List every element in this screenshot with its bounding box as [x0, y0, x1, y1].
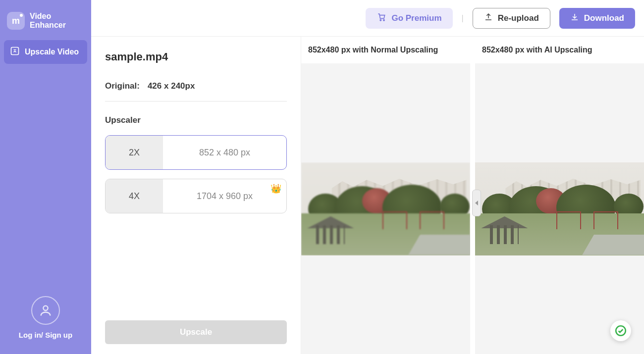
topbar-divider: | [462, 14, 464, 23]
compare-slider[interactable] [472, 190, 481, 216]
svg-point-2 [380, 20, 381, 21]
preview-normal-title: 852x480 px with Normal Upscaling [301, 37, 470, 63]
original-value: 426 x 240px [148, 81, 195, 91]
divider [105, 101, 287, 101]
go-premium-button[interactable]: Go Premium [366, 8, 452, 29]
sidebar: m Video Enhancer Upscale Video Log in/ S… [0, 0, 91, 354]
app-name-line1: Video [30, 12, 66, 21]
preview-normal-image [301, 162, 470, 255]
app-name: Video Enhancer [30, 12, 66, 30]
original-label: Original: [105, 81, 140, 91]
download-button[interactable]: Download [559, 8, 635, 29]
app-name-line2: Enhancer [30, 21, 66, 30]
success-badge [610, 320, 631, 341]
preview-area: 852x480 px with Normal Upscaling 852x480… [301, 37, 644, 354]
login-block: Log in/ Sign up [4, 296, 87, 346]
preview-ai: 852x480 px with AI Upscaling [475, 37, 644, 354]
content: sample.mp4 Original: 426 x 240px Upscale… [91, 37, 644, 354]
download-icon [570, 12, 579, 24]
download-label: Download [584, 13, 624, 23]
cart-icon [376, 12, 386, 24]
upscale-button[interactable]: Upscale [105, 320, 287, 344]
upscale-icon [10, 46, 20, 58]
reupload-label: Re-upload [498, 13, 539, 23]
upload-icon [484, 12, 493, 24]
original-row: Original: 426 x 240px [105, 81, 287, 91]
settings-panel: sample.mp4 Original: 426 x 240px Upscale… [91, 37, 301, 354]
svg-point-3 [383, 20, 384, 21]
avatar-icon[interactable] [31, 296, 60, 325]
upscale-option-4x[interactable]: 4X 1704 x 960 px 👑 [105, 179, 287, 213]
option-mult: 2X [106, 136, 163, 169]
login-link[interactable]: Log in/ Sign up [19, 331, 72, 339]
main: Go Premium | Re-upload Download sample.m… [91, 0, 644, 354]
go-premium-label: Go Premium [391, 13, 441, 23]
preview-ai-body [475, 63, 644, 354]
upscaler-title: Upscaler [105, 115, 287, 125]
nav-label: Upscale Video [25, 48, 79, 56]
logo-icon: m [7, 12, 25, 30]
option-res: 852 x 480 px [163, 136, 286, 169]
file-name: sample.mp4 [105, 51, 287, 63]
svg-point-1 [43, 306, 48, 310]
option-res: 1704 x 960 px [163, 179, 286, 213]
topbar: Go Premium | Re-upload Download [91, 0, 644, 37]
option-mult: 4X [106, 179, 163, 213]
upscale-option-2x[interactable]: 2X 852 x 480 px [105, 135, 287, 170]
reupload-button[interactable]: Re-upload [473, 8, 550, 29]
nav-upscale-video[interactable]: Upscale Video [4, 40, 87, 64]
preview-normal-body [301, 63, 470, 354]
preview-normal: 852x480 px with Normal Upscaling [301, 37, 470, 354]
preview-ai-image [475, 162, 644, 255]
preview-ai-title: 852x480 px with AI Upscaling [475, 37, 644, 63]
crown-icon: 👑 [270, 183, 281, 194]
app-logo[interactable]: m Video Enhancer [4, 8, 87, 40]
